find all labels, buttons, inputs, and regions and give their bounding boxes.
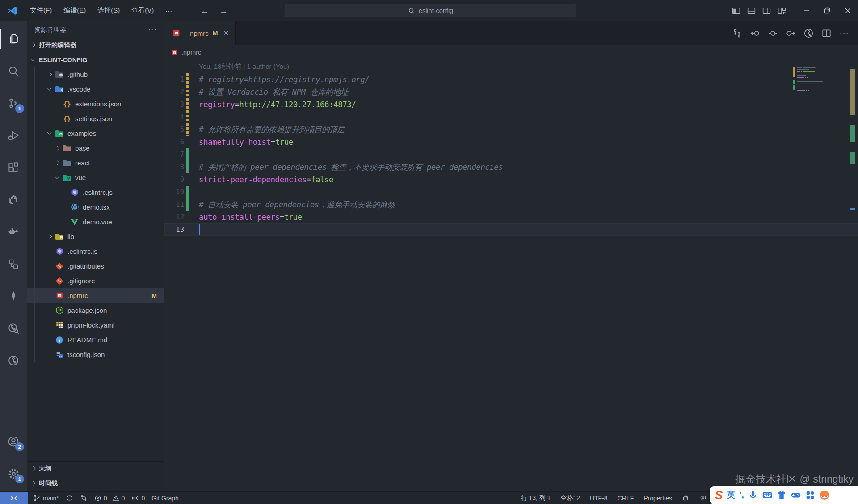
tree-item-gitignore[interactable]: .gitignore xyxy=(27,273,164,288)
gamepad-icon[interactable] xyxy=(791,490,801,500)
indentation-status[interactable]: 空格: 2 xyxy=(560,494,580,502)
activity-accounts-icon[interactable]: 2 xyxy=(0,431,27,452)
ime-punctuation-toggle[interactable]: ’, xyxy=(739,490,744,500)
tree-item-readme-md[interactable]: iREADME.md xyxy=(27,332,164,347)
split-editor-icon[interactable] xyxy=(820,27,832,39)
git-compare-icon[interactable] xyxy=(80,494,88,502)
activity-gitlens-search-icon[interactable] xyxy=(0,318,27,339)
code-line-8[interactable]: 8# 关闭严格的 peer dependencies 检查，不要求手动安装所有 … xyxy=(164,161,858,173)
activity-extensions-icon[interactable] xyxy=(0,157,27,178)
problems-status[interactable]: 0 0 xyxy=(94,495,125,502)
go-back-icon[interactable]: ← xyxy=(200,6,209,16)
tree-item-examples[interactable]: examples xyxy=(27,126,164,141)
tree-item-react[interactable]: react xyxy=(27,155,164,170)
sogou-logo-icon[interactable]: S xyxy=(715,488,723,502)
git-blame-lens[interactable]: You, 18秒钟前 | 1 author (You) xyxy=(164,60,858,73)
tree-item-pnpm-lock-yaml[interactable]: pnpm-lock.yaml xyxy=(27,318,164,332)
code-line-6[interactable]: 6shamefully-hoist=true xyxy=(164,136,858,148)
tab-close-icon[interactable]: × xyxy=(224,28,229,38)
microphone-icon[interactable] xyxy=(748,490,758,500)
code-line-11[interactable]: 11# 自动安装 peer dependencies，避免手动安装的麻烦 xyxy=(164,198,858,211)
more-actions-icon[interactable]: ··· xyxy=(838,27,850,39)
ime-mascot-icon[interactable] xyxy=(819,490,830,500)
go-forward-icon[interactable]: → xyxy=(219,6,228,16)
cursor-position-status[interactable]: 行 13, 列 1 xyxy=(521,494,551,502)
gitlens-icon[interactable] xyxy=(803,27,814,39)
git-graph-status[interactable]: Git Graph xyxy=(151,495,179,502)
toggle-secondary-sidebar-icon[interactable] xyxy=(759,0,774,21)
code-line-5[interactable]: 5# 允许将所有需要的依赖提升到项目的顶层 xyxy=(164,123,858,136)
tree-item-lib[interactable]: lib xyxy=(27,229,164,244)
code-line-9[interactable]: 9strict-peer-dependencies=false xyxy=(164,173,858,186)
menu-edit[interactable]: 编辑(E) xyxy=(58,4,92,17)
explorer-more-actions-icon[interactable]: ··· xyxy=(148,25,157,34)
tree-item-package-json[interactable]: JSpackage.json xyxy=(27,303,164,318)
code-line-13[interactable]: 13 xyxy=(164,223,858,236)
code-line-3[interactable]: 3registry=http://47.120.27.166:4873/ xyxy=(164,98,858,111)
tree-item-demo-vue[interactable]: demo.vue xyxy=(27,214,164,229)
overview-ruler[interactable] xyxy=(850,0,856,470)
activity-explorer-icon[interactable] xyxy=(0,28,27,50)
tree-item-base[interactable]: base xyxy=(27,141,164,155)
prettier-status-icon[interactable] xyxy=(682,494,690,502)
skin-icon[interactable] xyxy=(777,490,786,500)
toggle-primary-sidebar-icon[interactable] xyxy=(728,0,744,21)
menu-selection[interactable]: 选择(S) xyxy=(92,4,126,17)
code-area[interactable]: 1# registry=https://registry.npmjs.org/2… xyxy=(164,73,858,236)
code-line-1[interactable]: 1# registry=https://registry.npmjs.org/ xyxy=(164,73,858,86)
tree-item-github[interactable]: .github xyxy=(27,67,164,82)
tree-item-tsconfig-json[interactable]: TStsconfig.json xyxy=(27,347,164,362)
toolbox-grid-icon[interactable] xyxy=(805,490,815,500)
open-changes-icon[interactable] xyxy=(767,27,778,39)
tree-item-eslintrc-js[interactable]: .eslintrc.js xyxy=(27,244,164,259)
minimize-icon[interactable] xyxy=(796,0,817,21)
tree-item-npmrc[interactable]: .npmrcM xyxy=(27,288,164,303)
activity-settings-icon[interactable]: 1 xyxy=(0,463,27,484)
ime-language-toggle[interactable]: 英 xyxy=(727,489,735,501)
sync-changes-icon[interactable] xyxy=(66,494,73,502)
activity-project-hierarchy-icon[interactable] xyxy=(0,253,27,275)
command-center-search[interactable]: eslint-config xyxy=(285,4,576,17)
maximize-restore-icon[interactable] xyxy=(817,0,837,21)
tab-npmrc[interactable]: .npmrc M × xyxy=(164,21,236,45)
activity-source-control-icon[interactable]: 1 xyxy=(0,92,27,114)
remote-indicator[interactable] xyxy=(0,492,28,504)
toggle-panel-icon[interactable] xyxy=(744,0,759,21)
tree-item-vue[interactable]: vue xyxy=(27,170,164,185)
tree-item-settings-json[interactable]: {}settings.json xyxy=(27,111,164,126)
activity-mongodb-icon[interactable] xyxy=(0,286,27,307)
code-line-10[interactable]: 10 xyxy=(164,186,858,198)
customize-layout-icon[interactable] xyxy=(774,0,789,21)
menu-file[interactable]: 文件(F) xyxy=(24,4,58,17)
code-line-4[interactable]: 4 xyxy=(164,111,858,123)
tree-item-extensions-json[interactable]: {}extensions.json xyxy=(27,97,164,111)
activity-search-icon[interactable] xyxy=(0,60,27,82)
tree-item-gitattributes[interactable]: .gitattributes xyxy=(27,259,164,273)
activity-gitlens-icon[interactable] xyxy=(0,350,27,371)
broadcast-status-icon[interactable] xyxy=(699,494,707,502)
activity-docker-icon[interactable] xyxy=(0,221,27,243)
keyboard-icon[interactable] xyxy=(762,490,773,500)
eol-status[interactable]: CRLF xyxy=(618,495,634,502)
section-outline[interactable]: 大纲 xyxy=(27,461,164,476)
encoding-status[interactable]: UTF-8 xyxy=(590,495,608,502)
tree-item-vscode[interactable]: .vscode xyxy=(27,82,164,97)
activity-extension-3d-icon[interactable] xyxy=(0,189,27,210)
breadcrumb[interactable]: .npmrc xyxy=(164,45,858,60)
next-change-icon[interactable] xyxy=(785,27,796,39)
tree-item-eslintrc-js[interactable]: .eslintrc.js xyxy=(27,185,164,200)
previous-change-icon[interactable] xyxy=(749,27,761,39)
section-timeline[interactable]: 时间线 xyxy=(27,476,164,491)
ports-status[interactable]: 0 xyxy=(131,494,145,502)
section-workspace[interactable]: ESLINT-CONFIG xyxy=(27,52,164,67)
code-line-2[interactable]: 2# 设置 Verdaccio 私有 NPM 仓库的地址 xyxy=(164,86,858,98)
menu-overflow[interactable]: ··· xyxy=(160,4,178,17)
language-mode-status[interactable]: Properties xyxy=(644,495,672,502)
code-line-7[interactable]: 7 xyxy=(164,148,858,161)
activity-run-debug-icon[interactable] xyxy=(0,125,27,146)
tree-item-demo-tsx[interactable]: demo.tsx xyxy=(27,200,164,214)
compare-changes-icon[interactable] xyxy=(731,27,743,39)
git-branch-status[interactable]: main* xyxy=(33,494,59,502)
code-line-12[interactable]: 12auto-install-peers=true xyxy=(164,211,858,223)
section-open-editors[interactable]: 打开的编辑器 xyxy=(27,38,164,52)
